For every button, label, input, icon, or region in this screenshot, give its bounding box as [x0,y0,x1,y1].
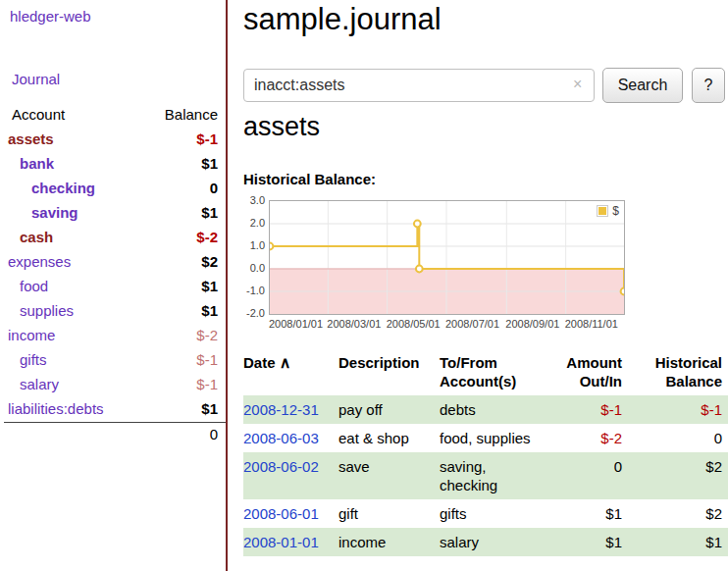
account-row: salary$-1 [0,372,226,396]
account-link-expenses[interactable]: expenses [0,253,71,270]
header-accounts-line2: Account(s) [440,372,549,390]
account-link-food[interactable]: food [0,278,48,294]
transaction-accounts: debts [440,395,549,424]
account-heading: assets [243,112,320,142]
account-row: gifts$-1 [0,347,226,372]
balance-chart: 3.02.01.00.0-1.0-2.0 $ 2008/01/012008/03… [239,192,632,337]
account-column-header: Account [12,106,65,123]
account-link-supplies[interactable]: supplies [0,302,74,319]
register-row: 2008-06-03eat & shopfood, supplies$-20 [243,424,728,452]
header-amount-line1: Amount [549,353,622,372]
account-balance: $-1 [196,376,218,392]
transaction-description: save [338,452,440,499]
account-balance: $-1 [196,351,218,368]
account-row: assets$-1 [0,127,226,151]
x-tick-label: 2008/05/01 [387,318,441,330]
help-button[interactable]: ? [692,68,725,103]
account-link-saving[interactable]: saving [0,204,78,221]
y-tick-label: 0.0 [239,262,265,274]
chart-canvas [269,200,625,315]
register-row: 2008-06-02savesaving, checking0$2 [243,452,728,499]
account-row: liabilities:debts$1 [0,396,226,421]
header-accounts-line1: To/From [440,353,549,372]
account-tree: assets$-1bank$1checking0saving$1cash$-2e… [0,127,226,421]
transaction-date-link[interactable]: 2008-01-01 [243,528,338,556]
account-row: supplies$1 [0,298,226,323]
chart-title: Historical Balance: [243,171,376,187]
transaction-balance: $-1 [628,395,728,424]
transaction-amount: $1 [549,499,628,528]
transaction-date-link[interactable]: 2008-12-31 [243,395,338,424]
y-tick-label: 3.0 [239,194,265,206]
transaction-balance: 0 [628,424,728,452]
account-link-assets[interactable]: assets [0,130,54,147]
header-description: Description [338,353,440,390]
account-balance: $2 [201,253,218,270]
search-button[interactable]: Search [602,68,683,103]
x-tick-label: 2008/01/01 [269,318,323,330]
clear-search-icon[interactable]: × [573,76,582,93]
y-tick-label: 2.0 [239,217,265,229]
register-header: Date ∧ Description To/From Account(s) Am… [243,353,728,395]
header-accounts: To/From Account(s) [440,353,549,390]
account-link-income[interactable]: income [0,327,55,343]
account-row: saving$1 [0,200,226,225]
search-input[interactable] [243,69,595,102]
register-row: 2008-12-31pay offdebts$-1$-1 [243,395,728,424]
account-link-liabilities:debts[interactable]: liabilities:debts [0,400,104,417]
x-tick-label: 2008/07/01 [445,318,499,330]
account-link-salary[interactable]: salary [0,376,59,392]
transaction-amount: $-2 [549,424,628,452]
account-row: checking0 [0,176,226,200]
transaction-description: eat & shop [338,424,440,452]
account-row: expenses$2 [0,249,226,274]
header-date-label: Date [243,354,276,371]
page-title: sample.journal [243,0,442,39]
header-amount: Amount Out/In [549,353,628,390]
sort-ascending-icon[interactable]: ∧ [280,354,291,371]
account-link-checking[interactable]: checking [0,180,95,196]
x-tick-label: 2008/03/01 [327,318,381,330]
account-row: cash$-2 [0,225,226,249]
transaction-accounts: saving, checking [440,452,549,499]
account-row: food$1 [0,274,226,298]
account-balance: $-2 [196,229,218,245]
nav-journal-link[interactable]: Journal [12,71,60,87]
account-balance: $-1 [196,130,218,147]
account-link-gifts[interactable]: gifts [0,351,47,368]
transaction-description: pay off [338,395,440,424]
transaction-amount: $-1 [549,395,628,424]
legend-swatch-icon [597,205,608,217]
account-link-bank[interactable]: bank [0,155,54,172]
transaction-amount: $1 [549,528,628,556]
transaction-date-link[interactable]: 2008-06-03 [243,424,338,452]
transaction-amount: 0 [549,452,628,499]
register-body: 2008-12-31pay offdebts$-1$-12008-06-03ea… [243,395,728,556]
header-balance-line1: Historical [628,353,722,372]
app-title-link[interactable]: hledger-web [10,8,91,25]
balance-column-header: Balance [165,106,218,123]
header-date[interactable]: Date ∧ [243,353,338,390]
transaction-date-link[interactable]: 2008-06-01 [243,499,338,528]
sidebar-divider [226,0,228,571]
y-tick-label: -2.0 [239,307,265,319]
x-tick-label: 2008/11/01 [565,318,618,330]
account-table-header: Account Balance [0,102,226,127]
account-balance: 0 [210,180,218,196]
account-table: Account Balance assets$-1bank$1checking0… [0,102,226,442]
register-row: 2008-01-01incomesalary$1$1 [243,528,728,556]
transaction-date-link[interactable]: 2008-06-02 [243,452,338,499]
account-row: bank$1 [0,151,226,176]
x-tick-label: 2008/09/01 [505,318,559,330]
transaction-balance: $2 [628,452,728,499]
transaction-balance: $1 [628,528,728,556]
register-table: Date ∧ Description To/From Account(s) Am… [243,353,728,556]
account-balance: $1 [201,302,218,319]
account-balance: $1 [201,400,218,417]
header-balance-line2: Balance [628,372,722,390]
account-balance: $1 [201,278,218,294]
account-link-cash[interactable]: cash [0,229,53,245]
transaction-description: income [338,528,440,556]
sidebar: hledger-web Journal Account Balance asse… [0,0,226,571]
register-row: 2008-06-01giftgifts$1$2 [243,499,728,528]
